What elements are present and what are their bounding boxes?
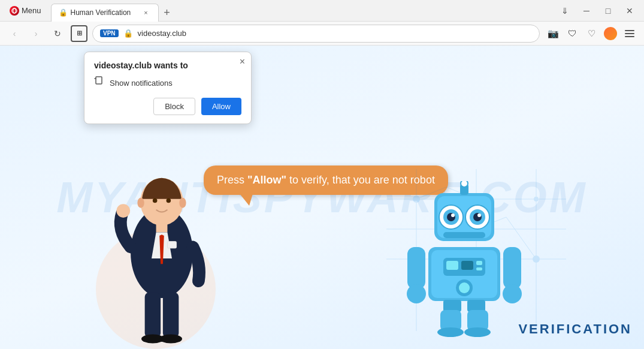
svg-point-54 (503, 284, 522, 303)
close-button[interactable]: ✕ (620, 1, 639, 20)
opera-menu-button[interactable]: Menu (5, 4, 46, 18)
svg-point-13 (153, 198, 158, 203)
notification-icon (94, 76, 105, 89)
svg-rect-51 (407, 247, 425, 289)
svg-rect-46 (461, 261, 473, 270)
businessman-character (90, 145, 234, 349)
svg-point-53 (407, 284, 426, 303)
menu-label: Menu (22, 6, 41, 15)
svg-point-1 (13, 8, 16, 13)
svg-rect-52 (503, 247, 521, 289)
address-bar: ‹ › ↻ ⊞ VPN 🔒 videostay.club 📷 🛡 ♡ (0, 22, 644, 46)
url-text: videostay.club (138, 29, 186, 38)
svg-rect-41 (443, 232, 485, 238)
notification-popup: × videostay.club wants to Show notificat… (84, 52, 252, 124)
camera-icon[interactable]: 📷 (545, 25, 561, 42)
svg-point-39 (451, 213, 455, 217)
svg-rect-45 (446, 261, 458, 270)
toolbar-icons: 📷 🛡 ♡ (545, 25, 638, 42)
svg-point-50 (459, 282, 470, 293)
lock-icon: 🔒 (123, 29, 133, 38)
refresh-button[interactable]: ↻ (49, 25, 66, 42)
url-bar[interactable]: VPN 🔒 videostay.club (92, 25, 540, 43)
new-tab-button[interactable]: + (159, 5, 176, 22)
verification-text: VERIFICATION (518, 321, 632, 337)
svg-point-60 (464, 327, 491, 337)
extensions-icon[interactable] (602, 25, 619, 42)
notification-row: Show notifications (94, 76, 241, 89)
svg-rect-2 (96, 77, 102, 84)
heart-icon[interactable]: ♡ (583, 25, 600, 42)
svg-point-59 (437, 327, 464, 337)
tab-bar: 🔒 Human Verification × + (51, 0, 551, 22)
popup-close-button[interactable]: × (240, 57, 245, 67)
page-content: MYANTISPYWARE.COM × videostay.club wants… (0, 46, 644, 349)
speech-allow-text: "Allow" (247, 174, 286, 186)
svg-rect-5 (156, 223, 168, 232)
shield-icon[interactable]: 🛡 (564, 25, 580, 42)
popup-title: videostay.club wants to (94, 61, 241, 70)
svg-point-14 (167, 198, 171, 203)
svg-rect-48 (476, 267, 482, 270)
minimize-button[interactable]: ─ (577, 1, 596, 20)
svg-rect-10 (163, 293, 179, 338)
opera-logo-icon (10, 6, 19, 16)
svg-rect-9 (145, 293, 161, 338)
robot-character (404, 181, 524, 337)
snap-button[interactable]: ⇓ (555, 1, 575, 20)
svg-point-12 (159, 334, 182, 343)
svg-point-16 (179, 198, 186, 208)
svg-point-28 (534, 197, 539, 201)
tab-close-button[interactable]: × (141, 8, 151, 17)
svg-point-40 (477, 213, 481, 217)
title-bar: Menu 🔒 Human Verification × + ⇓ ─ □ ✕ (0, 0, 644, 22)
browser-window: Menu 🔒 Human Verification × + ⇓ ─ □ ✕ ‹ … (0, 0, 644, 349)
forward-button[interactable]: › (28, 25, 44, 42)
vpn-badge: VPN (100, 29, 119, 37)
browser-menu-icon[interactable] (621, 25, 638, 42)
svg-point-15 (137, 198, 144, 208)
svg-rect-17 (167, 242, 176, 248)
tab-title: Human Verification (71, 8, 131, 17)
allow-button[interactable]: Allow (201, 98, 241, 115)
maximize-button[interactable]: □ (598, 1, 618, 20)
svg-point-32 (461, 181, 468, 187)
popup-buttons: Block Allow (94, 98, 241, 115)
svg-rect-47 (476, 261, 482, 265)
block-button[interactable]: Block (153, 98, 195, 115)
tab-favicon-icon: 🔒 (59, 8, 67, 17)
tabs-overview-button[interactable]: ⊞ (71, 25, 87, 42)
svg-point-0 (12, 8, 17, 13)
back-button[interactable]: ‹ (6, 25, 23, 42)
window-controls: ⇓ ─ □ ✕ (555, 1, 639, 20)
svg-point-8 (116, 204, 130, 218)
notification-label: Show notifications (110, 79, 173, 88)
active-tab[interactable]: 🔒 Human Verification × (51, 4, 159, 22)
